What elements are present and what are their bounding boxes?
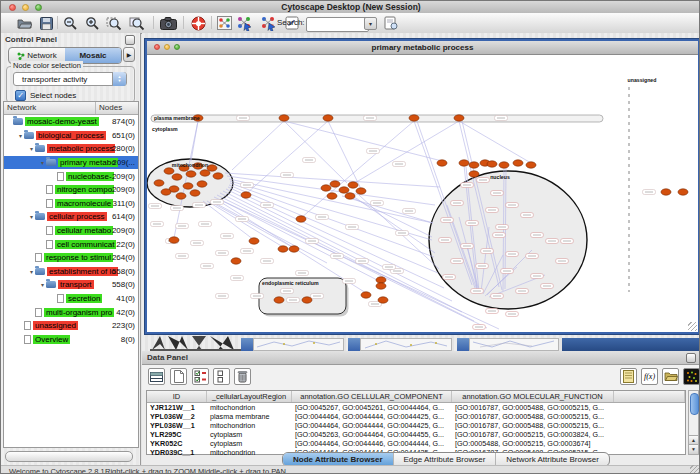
background-window-fragment[interactable]: [241, 338, 253, 351]
gene-node[interactable]: [200, 170, 210, 176]
tree-row[interactable]: cellular metabo209(0): [4, 224, 138, 238]
gene-node[interactable]: [231, 258, 241, 264]
gene-node[interactable]: [279, 115, 289, 121]
table-cell[interactable]: YDR039C__1: [147, 448, 207, 457]
table-cell[interactable]: YLR295C: [147, 430, 207, 439]
tree-row[interactable]: multi-organism pro42(0): [4, 305, 138, 319]
table-cell[interactable]: [GO:0005488, GO:0005215, GO:0003674]: [452, 439, 614, 448]
table-cell[interactable]: [GO:0044464, GO:0044446, GO:0044444, G..…: [292, 439, 452, 448]
gene-node[interactable]: [469, 162, 479, 168]
gene-node[interactable]: [154, 180, 164, 186]
frame-zoom-button[interactable]: [174, 44, 180, 50]
table-row[interactable]: YJR121W__1mitochondrion[GO:0045267, GO:0…: [147, 403, 685, 412]
tree-row[interactable]: secretion41(0): [4, 292, 138, 306]
table-column-header[interactable]: annotation.GO MOLECULAR_FUNCTION: [452, 391, 614, 402]
gene-node[interactable]: [339, 187, 349, 193]
gene-node[interactable]: [190, 190, 200, 196]
table-cell[interactable]: [GO:0044464, GO:0044444, GO:0044425, G..…: [292, 421, 452, 430]
gene-node[interactable]: [409, 115, 419, 121]
scrollbar-thumb[interactable]: [690, 393, 699, 415]
gene-node[interactable]: [183, 183, 193, 189]
gene-node[interactable]: [161, 189, 171, 195]
table-cell[interactable]: YKR052C: [147, 439, 207, 448]
table-cell[interactable]: [GO:0016787, GO:0005488, GO:0005215, G..…: [452, 412, 614, 421]
tree-row[interactable]: ▾establishment of lo558(0): [4, 265, 138, 279]
table-cell[interactable]: [GO:0016787, GO:0005488, GO:0005215, G..…: [452, 421, 614, 430]
table-scrollbar[interactable]: ▲ ▼: [688, 390, 699, 455]
tree-row[interactable]: mosaic-demo-yeast874(0): [4, 115, 138, 129]
frame-close-button[interactable]: [154, 44, 160, 50]
tree-col-nodes[interactable]: Nodes: [96, 102, 138, 114]
gene-node[interactable]: [459, 160, 469, 166]
background-window-fragment[interactable]: [348, 338, 360, 351]
gene-node[interactable]: [513, 160, 523, 166]
gene-node[interactable]: [323, 115, 333, 121]
tree-row[interactable]: nitrogen compo209(0): [4, 183, 138, 197]
gene-node[interactable]: [213, 173, 223, 179]
table-column-header[interactable]: [614, 391, 685, 402]
attribute-matrix-icon[interactable]: [683, 368, 700, 385]
gene-node[interactable]: [302, 297, 312, 303]
table-cell[interactable]: YPL036W__2: [147, 412, 207, 421]
gene-node[interactable]: [378, 297, 388, 303]
snapshot-camera-icon[interactable]: [159, 15, 177, 31]
tree-row[interactable]: cell communicat22(0): [4, 237, 138, 251]
open-session-icon[interactable]: [15, 15, 33, 31]
table-cell[interactable]: [GO:0045267, GO:0045261, GO:0044464, G..…: [292, 403, 452, 412]
network-overview-icon[interactable]: [215, 15, 233, 31]
tree-expand-arrow[interactable]: ▾: [17, 132, 24, 139]
zoom-in-icon[interactable]: [83, 15, 101, 31]
gene-node[interactable]: [197, 181, 207, 187]
zoom-selected-icon[interactable]: [105, 15, 123, 31]
gene-node[interactable]: [241, 192, 251, 198]
notepad-icon[interactable]: [620, 368, 637, 385]
minimize-window-button[interactable]: [22, 4, 29, 11]
tree-row[interactable]: response to stimul264(0): [4, 251, 138, 265]
network-view-titlebar[interactable]: primary metabolic process: [147, 41, 698, 55]
gene-node[interactable]: [327, 193, 337, 199]
gene-node[interactable]: [296, 216, 306, 222]
zoom-out-icon[interactable]: [61, 15, 79, 31]
new-attribute-icon[interactable]: [170, 368, 187, 385]
table-row[interactable]: YPL036W__1mitochondrion[GO:0044464, GO:0…: [147, 421, 685, 430]
gene-node[interactable]: [526, 162, 536, 168]
unselect-attributes-icon[interactable]: [213, 368, 230, 385]
gene-node[interactable]: [186, 171, 196, 177]
table-row[interactable]: YPL036W__2plasma membrane[GO:0044464, GO…: [147, 412, 685, 421]
window-resize-grip[interactable]: [690, 465, 700, 474]
gene-node[interactable]: [356, 188, 366, 194]
background-window-fragment[interactable]: [469, 338, 559, 351]
search-input[interactable]: [306, 17, 369, 32]
tree-expand-arrow[interactable]: ▾: [28, 145, 35, 152]
select-attributes-icon[interactable]: [192, 368, 209, 385]
gene-node[interactable]: [487, 161, 497, 167]
network-graph-canvas[interactable]: plasma membranecytoplasmmitochondrionnuc…: [147, 55, 698, 332]
gene-node[interactable]: [437, 160, 447, 166]
background-window-fragment[interactable]: [360, 338, 452, 351]
gene-node[interactable]: [499, 162, 509, 168]
table-column-header[interactable]: annotation.GO CELLULAR_COMPONENT: [292, 391, 452, 402]
table-cell[interactable]: [GO:0044464, GO:0044444, GO:0044425, G..…: [292, 412, 452, 421]
refresh-search-index-icon[interactable]: [382, 15, 400, 31]
tree-row[interactable]: macromolecule311(0): [4, 197, 138, 211]
background-window-fragment[interactable]: [457, 338, 469, 351]
gene-node[interactable]: [172, 174, 182, 180]
background-window-fragment[interactable]: [253, 338, 344, 351]
gene-node[interactable]: [169, 237, 179, 243]
function-builder-icon[interactable]: f(x): [641, 368, 658, 385]
gene-node[interactable]: [176, 193, 186, 199]
table-cell[interactable]: [GO:0016787, GO:0005488, GO:0005215, G..…: [452, 403, 614, 412]
table-cell[interactable]: cytoplasm: [207, 430, 292, 439]
frame-minimize-button[interactable]: [164, 44, 170, 50]
tree-expand-arrow[interactable]: ▾: [39, 159, 46, 166]
table-cell[interactable]: mitochondrion: [207, 403, 292, 412]
table-cell[interactable]: YJR121W__1: [147, 403, 207, 412]
tree-row[interactable]: ▾biological_process651(0): [4, 129, 138, 143]
table-cell[interactable]: [GO:0045263, GO:0044464, GO:0044455, G..…: [292, 430, 452, 439]
tree-row[interactable]: unassigned223(0): [4, 319, 138, 333]
gene-node[interactable]: [376, 283, 386, 289]
close-window-button[interactable]: [9, 4, 16, 11]
gene-node[interactable]: [278, 246, 288, 252]
gene-node[interactable]: [376, 277, 386, 283]
frame-resize-grip[interactable]: [688, 322, 697, 331]
